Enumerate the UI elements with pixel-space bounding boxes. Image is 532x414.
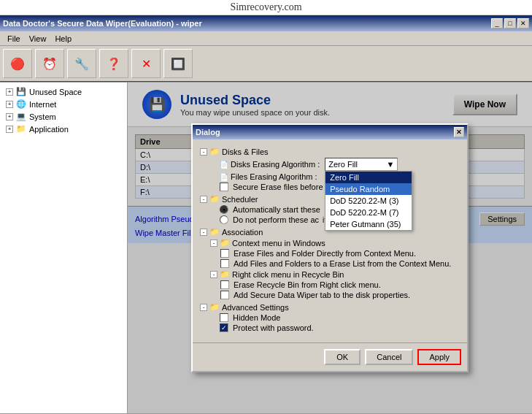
dropdown-arrow: ▼ (386, 160, 394, 169)
scheduler-folder-icon: 📁 (209, 194, 220, 204)
sidebar-item-unused-space[interactable]: + 💾 Unused Space (3, 85, 124, 98)
protect-pwd-label: Protect with password. (233, 323, 314, 332)
expand-disks[interactable]: - (200, 148, 207, 156)
tree-row-disks[interactable]: - 📁 Disks & Files (198, 146, 461, 157)
sidebar-item-system[interactable]: + 💻 System (3, 110, 124, 123)
expand-icon-4[interactable]: + (6, 126, 13, 133)
file-algo-label: Files Erasing Algorithm : (231, 172, 317, 181)
dialog-title-bar: Dialog ✕ (193, 125, 467, 139)
maximize-button[interactable]: □ (504, 18, 516, 28)
tree-row-protect-pwd[interactable]: ✓ Protect with password. (209, 323, 461, 333)
algo-select[interactable]: Zero Fill ▼ (325, 158, 398, 171)
title-bar-text: Data Doctor's Secure Data Wiper(Evaluati… (3, 19, 202, 28)
tree-row-hidden-mode[interactable]: Hidden Mode (209, 313, 461, 323)
association-label: Association (222, 228, 263, 237)
dialog-buttons: OK Cancel Apply (193, 342, 467, 371)
toolbar-btn-6[interactable]: 🔲 (163, 49, 193, 78)
expand-icon-1[interactable]: + (6, 88, 13, 96)
expand-context[interactable]: - (210, 239, 217, 247)
file-algo-icon: 📄 (220, 173, 228, 181)
scheduler-label: Scheduler (222, 195, 258, 204)
hidden-mode-label: Hidden Mode (233, 313, 280, 322)
toolbar-btn-4[interactable]: ❓ (99, 49, 128, 78)
dialog: Dialog ✕ - 📁 Disks & Files (191, 123, 469, 372)
context-folder-icon: 📁 (220, 238, 230, 248)
tree-row-disk-algo[interactable]: 📄 Disks Erasing Algorithm : Zero Fill ▼ (209, 157, 461, 172)
disks-label: Disks & Files (222, 147, 269, 156)
tree-row-context-win[interactable]: - 📁 Context menu in Windows (209, 237, 461, 248)
algo-selected-value: Zero Fill (328, 160, 358, 169)
algo-option-zero[interactable]: Zero Fill (325, 172, 412, 183)
association-children: - 📁 Context menu in Windows Erase Files … (209, 237, 461, 300)
algo-dropdown-list: Zero Fill Pseudo Random DoD 5220.22-M (3… (325, 171, 412, 231)
algo-option-pseudo[interactable]: Pseudo Random (325, 183, 412, 195)
dialog-overlay: Dialog ✕ - 📁 Disks & Files (128, 83, 532, 413)
advanced-children: Hidden Mode ✓ Protect with password. (209, 313, 461, 333)
cancel-button[interactable]: Cancel (365, 349, 413, 365)
add-wiper-tab-checkbox[interactable] (220, 291, 229, 299)
tree-row-advanced[interactable]: - 📁 Advanced Settings (198, 302, 461, 313)
recycle-folder-icon: 📁 (220, 269, 230, 279)
sidebar-item-internet[interactable]: + 🌐 Internet (3, 98, 124, 110)
toolbar-btn-1[interactable]: 🔴 (3, 49, 32, 78)
toolbar-btn-2[interactable]: ⏰ (35, 49, 64, 78)
tree-row-erase-direct[interactable]: Erase Files and Folder Directly from Con… (219, 248, 461, 258)
ok-button[interactable]: OK (324, 349, 361, 365)
disks-folder-icon: 📁 (209, 147, 220, 156)
tree-row-erase-recycle[interactable]: Erase Recycle Bin from Right click menu. (219, 280, 461, 290)
tree-node-disks: - 📁 Disks & Files 📄 Disks Erasing Algori… (198, 145, 461, 193)
algo-option-gutmann[interactable]: Peter Gutmann (35) (325, 218, 412, 230)
hidden-mode-checkbox[interactable] (220, 313, 228, 322)
erase-direct-label: Erase Files and Folder Directly from Con… (234, 249, 416, 258)
auto-start-label: Automatically start these (233, 205, 320, 214)
menu-file[interactable]: File (3, 33, 25, 45)
tree-row-recycle-menu[interactable]: - 📁 Right click menu in Recycle Bin (209, 269, 461, 280)
context-children: Erase Files and Folder Directly from Con… (219, 248, 461, 269)
close-button[interactable]: ✕ (517, 18, 529, 28)
tree-row-add-erase-list[interactable]: Add Files and Folders to a Erase List fr… (219, 258, 461, 269)
application-icon: 📁 (16, 124, 26, 134)
dialog-content: - 📁 Disks & Files 📄 Disks Erasing Algori… (193, 139, 467, 340)
expand-recycle[interactable]: - (210, 271, 217, 278)
add-wiper-tab-label: Add Secure Data Wiper tab to the disk pr… (234, 291, 410, 299)
erase-recycle-checkbox[interactable] (220, 280, 229, 289)
sidebar-label-internet: Internet (29, 100, 56, 109)
dialog-close-button[interactable]: ✕ (454, 127, 464, 137)
main-layout: + 💾 Unused Space + 🌐 Internet + 💻 System… (0, 83, 532, 413)
sidebar-item-application[interactable]: + 📁 Application (3, 123, 124, 135)
toolbar-btn-3[interactable]: 🔧 (67, 49, 96, 78)
apply-button[interactable]: Apply (417, 349, 461, 365)
algo-option-dod3[interactable]: DoD 5220.22-M (3) (325, 195, 412, 207)
advanced-label: Advanced Settings (222, 303, 289, 312)
disks-children: 📄 Disks Erasing Algorithm : Zero Fill ▼ (209, 157, 461, 192)
minimize-button[interactable]: _ (491, 18, 503, 28)
expand-icon-3[interactable]: + (6, 113, 13, 120)
association-folder-icon: 📁 (209, 227, 220, 237)
tree-row-add-wiper-tab[interactable]: Add Secure Data Wiper tab to the disk pr… (219, 290, 461, 300)
secure-erase-label: Secure Erase files before (233, 183, 323, 191)
recycle-children: Erase Recycle Bin from Right click menu.… (219, 280, 461, 300)
sidebar-label-unused-space: Unused Space (29, 88, 82, 96)
sidebar: + 💾 Unused Space + 🌐 Internet + 💻 System… (0, 83, 128, 413)
menu-help[interactable]: Help (50, 33, 76, 45)
add-erase-list-checkbox[interactable] (220, 259, 229, 268)
no-perform-label: Do not perform these ac (233, 215, 319, 224)
menu-bar: File View Help (0, 31, 532, 46)
sidebar-label-system: System (29, 112, 56, 121)
protect-pwd-checkbox[interactable]: ✓ (220, 323, 228, 332)
recycle-menu-label: Right click menu in Recycle Bin (232, 270, 344, 279)
sidebar-label-application: Application (29, 125, 69, 134)
secure-erase-checkbox[interactable] (220, 183, 228, 191)
erase-direct-checkbox[interactable] (220, 249, 229, 258)
expand-scheduler[interactable]: - (200, 196, 207, 203)
dialog-title: Dialog (196, 128, 220, 137)
expand-advanced[interactable]: - (200, 304, 207, 311)
expand-icon-2[interactable]: + (6, 101, 13, 108)
auto-start-radio[interactable]: ● (220, 205, 228, 214)
sim-banner: Simrecovery.com (0, 0, 532, 15)
algo-option-dod7[interactable]: DoD 5220.22-M (7) (325, 207, 412, 218)
no-perform-radio[interactable] (220, 215, 228, 224)
menu-view[interactable]: View (25, 33, 51, 45)
expand-association[interactable]: - (200, 229, 207, 236)
toolbar-btn-5[interactable]: ✕ (131, 49, 161, 78)
